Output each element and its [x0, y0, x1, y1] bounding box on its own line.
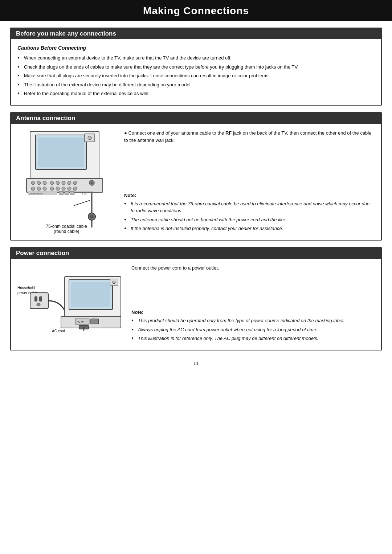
- antenna-tv-svg: COMPONENT IN RS-232: [23, 130, 110, 231]
- cautions-title: Cautions Before Connecting: [17, 45, 375, 51]
- caution-item-2: Check the plugs on the ends of cables to…: [17, 63, 375, 71]
- power-note-list: This product should be operated only fro…: [131, 317, 375, 342]
- svg-point-4: [88, 136, 91, 140]
- svg-point-21: [62, 187, 65, 190]
- svg-point-16: [31, 187, 35, 190]
- svg-point-23: [73, 187, 77, 190]
- svg-point-9: [50, 181, 54, 185]
- antenna-description: ● Connect one end of your antenna cable …: [124, 130, 375, 145]
- svg-point-39: [37, 303, 40, 306]
- svg-point-7: [37, 181, 41, 185]
- antenna-diagram-area: COMPONENT IN RS-232: [17, 130, 115, 234]
- antenna-note-2: The antenna cable should not be bundled …: [124, 216, 375, 223]
- svg-point-19: [50, 187, 54, 190]
- svg-rect-42: [71, 282, 110, 307]
- power-diagram-area: Household power outlet: [17, 264, 123, 344]
- caution-item-5: Refer to the operating manual of the ext…: [17, 90, 375, 97]
- svg-point-13: [73, 181, 77, 185]
- antenna-section-title: Antenna connection: [11, 113, 381, 124]
- svg-rect-27: [59, 192, 64, 194]
- power-note-2: Always unplug the AC cord from power out…: [131, 326, 375, 333]
- svg-rect-48: [91, 319, 99, 324]
- svg-text:COMPONENT IN: COMPONENT IN: [29, 193, 43, 195]
- svg-rect-2: [38, 138, 84, 167]
- svg-rect-37: [34, 296, 37, 301]
- power-note-1: This product should be operated only fro…: [131, 317, 375, 324]
- svg-rect-28: [65, 192, 69, 194]
- power-section: Power connection Household power outlet: [10, 247, 382, 350]
- power-note-3: This illustration is for reference only.…: [131, 335, 375, 342]
- svg-rect-29: [70, 192, 74, 194]
- power-diagram-svg: AC IN: [28, 275, 123, 338]
- svg-point-20: [56, 187, 60, 190]
- antenna-description-area: ● Connect one end of your antenna cable …: [124, 130, 375, 234]
- caution-item-3: Make sure that all plugs are securely in…: [17, 72, 375, 79]
- page-title: Making Connections: [0, 5, 392, 17]
- svg-point-44: [113, 281, 115, 284]
- svg-point-12: [68, 181, 71, 185]
- antenna-note-title: Note:: [124, 193, 375, 198]
- svg-line-35: [74, 200, 90, 206]
- svg-text:RS-232: RS-232: [81, 193, 87, 195]
- antenna-note-1: It is recommended that the 75-ohm coaxia…: [124, 200, 375, 214]
- svg-rect-38: [39, 296, 42, 301]
- power-note-title: Note:: [131, 309, 375, 315]
- svg-text:AC IN: AC IN: [77, 320, 83, 323]
- page-header: Making Connections: [0, 0, 392, 21]
- cautions-list: When connecting an external device to th…: [17, 54, 375, 97]
- power-description: Connect the power cord to a power outlet…: [131, 264, 375, 272]
- svg-point-18: [43, 187, 46, 190]
- svg-point-22: [68, 187, 71, 190]
- caution-item-1: When connecting an external device to th…: [17, 54, 375, 62]
- svg-point-10: [56, 181, 60, 185]
- ac-cord-label: AC cord: [52, 329, 65, 333]
- svg-point-11: [62, 181, 65, 185]
- cable-label: 75-ohm coaxial cable (round cable): [46, 224, 87, 234]
- before-section: Before you make any connections Cautions…: [10, 28, 382, 106]
- page-number: 11: [0, 357, 392, 371]
- power-section-title: Power connection: [11, 248, 381, 259]
- antenna-notes: Note: It is recommended that the 75-ohm …: [124, 178, 375, 234]
- before-section-title: Before you make any connections: [11, 28, 381, 39]
- power-description-area: Connect the power cord to a power outlet…: [131, 264, 375, 344]
- antenna-note-list: It is recommended that the 75-ohm coaxia…: [124, 200, 375, 232]
- antenna-section: Antenna connection: [10, 112, 382, 241]
- caution-item-4: The illustration of the external device …: [17, 81, 375, 89]
- svg-point-6: [31, 181, 35, 185]
- antenna-illustration: COMPONENT IN RS-232: [23, 130, 110, 231]
- svg-point-17: [37, 187, 41, 190]
- svg-point-15: [91, 182, 93, 184]
- svg-point-8: [43, 181, 46, 185]
- svg-point-33: [90, 215, 94, 218]
- power-notes: Note: This product should be operated on…: [131, 309, 375, 344]
- antenna-note-3: If the antenna is not installed properly…: [124, 225, 375, 232]
